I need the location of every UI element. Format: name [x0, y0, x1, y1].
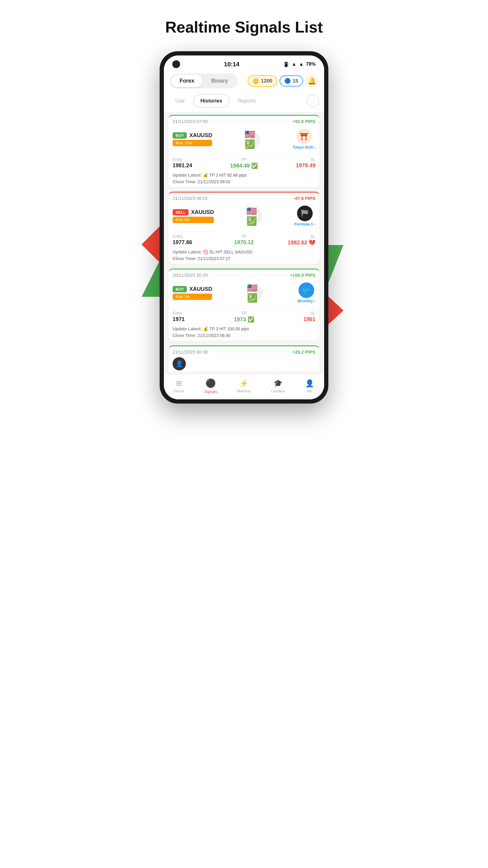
card-body-2: SELL XAUUSD Risk 5% 🇺🇸💹 🏁 Formula 1 ›	[168, 203, 320, 232]
leaders-icon: 🎓	[273, 379, 283, 388]
flag-icon-2: 🇺🇸💹	[247, 208, 262, 224]
nav-me[interactable]: 👤 Me	[305, 379, 314, 393]
signals-list: 21/11/2023 07:00 +92.5 PIPS BUY XAUUSD	[164, 112, 324, 374]
card-pips-2: -47.6 PIPS	[293, 195, 315, 201]
bottom-nav: ⊞ Home ⚫ Signals ⚡ Markets 🎓 Leaders 👤	[164, 374, 324, 399]
card-top-row-3: BUY XAUUSD Risk 3% 🇺🇸💹 🐦 BlueSky ›	[173, 282, 315, 303]
followers-badge[interactable]: 🔵 15	[280, 75, 303, 87]
provider-name-1[interactable]: Tokyo Drift ›	[293, 145, 315, 150]
price-row-2: Entry 1977.86 TP 1970.12 SL 1982.62 💔	[168, 232, 320, 248]
entry-value-1: 1981.24	[173, 162, 220, 169]
trade-info-3: BUY XAUUSD	[173, 286, 212, 292]
card-right-3: 🐦 BlueSky ›	[298, 282, 315, 303]
risk-badge-1: Risk 10%	[173, 140, 212, 146]
nav-leaders[interactable]: 🎓 Leaders	[271, 379, 285, 393]
nav-me-label: Me	[307, 389, 313, 393]
card-date-4: 21/11/2023 00:30	[173, 349, 208, 354]
provider-avatar-3: 🐦	[298, 282, 314, 298]
buy-badge-3: BUY	[173, 286, 187, 292]
sub-tab-histories[interactable]: Histories	[193, 94, 230, 107]
tp-col-2: TP 1970.12	[220, 234, 268, 246]
provider-name-3[interactable]: BlueSky ›	[298, 299, 315, 303]
nav-leaders-label: Leaders	[271, 389, 285, 393]
card-center-2: 🇺🇸💹	[247, 208, 262, 224]
tp-col-3: TP 1973 ✅	[220, 311, 268, 323]
pair-name-3: XAUUSD	[189, 286, 212, 292]
signals-icon: ⚫	[205, 378, 216, 388]
sl-value-1: 1978.49	[296, 162, 315, 169]
nav-markets-label: Markets	[237, 389, 251, 393]
coins-badge[interactable]: 🪙 1200	[248, 75, 277, 87]
card-date-3: 20/11/2023 20:20	[173, 273, 208, 278]
nav-signals-label: Signals	[204, 390, 217, 394]
provider-avatar-2: 🏁	[297, 206, 313, 221]
nav-home[interactable]: ⊞ Home	[174, 379, 184, 393]
card-right-2: 🏁 Formula 1 ›	[294, 206, 315, 226]
tp-value-1: 1984.49 ✅	[230, 162, 258, 169]
card-header-3: 20/11/2023 20:20 +100.0 PIPS	[168, 270, 320, 279]
entry-col-3: Entry 1971	[173, 311, 220, 323]
pair-name-1: XAUUSD	[189, 132, 212, 138]
entry-value-2: 1977.86	[173, 239, 220, 246]
card-date-1: 21/11/2023 07:00	[173, 119, 208, 124]
sell-badge-2: SELL	[173, 209, 189, 216]
card-center-1: 🇺🇸💹	[245, 131, 260, 147]
battery-text: 78%	[306, 61, 316, 67]
card-pips-3: +100.0 PIPS	[290, 273, 315, 278]
bell-button[interactable]: 🔔	[305, 75, 318, 87]
tp-col-1: TP 1984.49 ✅	[220, 157, 268, 169]
tab-binary[interactable]: Binary	[203, 75, 236, 87]
coins-value: 1200	[261, 78, 272, 84]
status-icons: 📳 ▲ ▲ 78%	[283, 61, 316, 67]
tab-forex[interactable]: Forex	[171, 75, 203, 87]
tp-value-3: 1973 ✅	[234, 316, 254, 323]
signal-card-2[interactable]: 21/11/2023 06:01 -47.6 PIPS SELL XAUUSD	[168, 192, 320, 264]
bell-icon: 🔔	[308, 77, 316, 85]
nav-signals[interactable]: ⚫ Signals	[204, 378, 217, 394]
close-time-row-3: Close Time: 21/11/2023 06:40	[168, 333, 320, 341]
price-row-3: Entry 1971 TP 1973 ✅ SL 1961	[168, 309, 320, 324]
followers-icon: 🔵	[284, 78, 291, 84]
update-text-2: 🚫 SL HIT SELL XAUUSD	[203, 250, 253, 254]
trade-info-1: BUY XAUUSD	[173, 132, 212, 138]
card-top-row-1: BUY XAUUSD Risk 10% 🇺🇸💹 ⛩️ Tokyo Drift	[173, 129, 315, 150]
signal-card-4-partial[interactable]: 21/11/2023 00:30 +26.2 PIPS 👤	[168, 345, 320, 371]
phone-frame: 10:14 📳 ▲ ▲ 78% Forex Binary 🪙 1200	[160, 51, 328, 404]
flag-icon-3: 🇺🇸💹	[247, 285, 263, 301]
update-row-3: Update Latest: 💰 TP 3 HIT 100.00 pips	[168, 324, 320, 333]
card-pips-1: +92.5 PIPS	[293, 119, 315, 124]
update-text-3: 💰 TP 3 HIT 100.00 pips	[203, 327, 249, 331]
card-header-2: 21/11/2023 06:01 -47.6 PIPS	[168, 193, 320, 203]
phone-screen: 10:14 📳 ▲ ▲ 78% Forex Binary 🪙 1200	[164, 56, 324, 399]
me-icon: 👤	[305, 379, 314, 388]
top-tabs: Forex Binary 🪙 1200 🔵 15 🔔	[164, 70, 324, 92]
sl-col-3: SL 1961	[268, 311, 315, 323]
top-badges: 🪙 1200 🔵 15 🔔	[248, 75, 318, 87]
sub-tab-reports[interactable]: Reports	[231, 95, 263, 107]
close-time-2: 21/11/2023 07:27	[198, 256, 230, 261]
card-left-3: BUY XAUUSD Risk 3%	[173, 286, 212, 300]
risk-badge-2: Risk 5%	[173, 217, 214, 223]
signal-card-3[interactable]: 20/11/2023 20:20 +100.0 PIPS BUY XAUUSD	[168, 269, 320, 341]
close-time-row-2: Close Time: 21/11/2023 07:27	[168, 255, 320, 264]
flag-icon-1: 🇺🇸💹	[245, 131, 260, 147]
nav-markets[interactable]: ⚡ Markets	[237, 379, 251, 393]
entry-col-1: Entry 1981.24	[173, 157, 220, 169]
card-date-2: 21/11/2023 06:01	[173, 195, 208, 201]
sub-tab-live[interactable]: Live	[169, 95, 191, 107]
heart-button[interactable]: ♡	[307, 95, 319, 107]
entry-value-3: 1971	[173, 316, 220, 322]
buy-badge-1: BUY	[173, 132, 187, 138]
card-left-2: SELL XAUUSD Risk 5%	[173, 209, 214, 223]
price-row-1: Entry 1981.24 TP 1984.49 ✅ SL 1978.49	[168, 155, 320, 171]
provider-name-2[interactable]: Formula 1 ›	[294, 222, 315, 226]
update-row-1: Update Latest: 💰 TP 3 HIT 92.46 pips	[168, 171, 320, 179]
nav-home-label: Home	[174, 389, 184, 393]
update-text-1: 💰 TP 3 HIT 92.46 pips	[203, 173, 247, 178]
sl-col-2: SL 1982.62 💔	[268, 234, 315, 246]
home-icon: ⊞	[176, 379, 182, 388]
signal-card-1[interactable]: 21/11/2023 07:00 +92.5 PIPS BUY XAUUSD	[168, 115, 320, 187]
trade-info-2: SELL XAUUSD	[173, 209, 214, 216]
status-time: 10:14	[224, 61, 239, 68]
tp-value-2: 1970.12	[234, 239, 254, 246]
